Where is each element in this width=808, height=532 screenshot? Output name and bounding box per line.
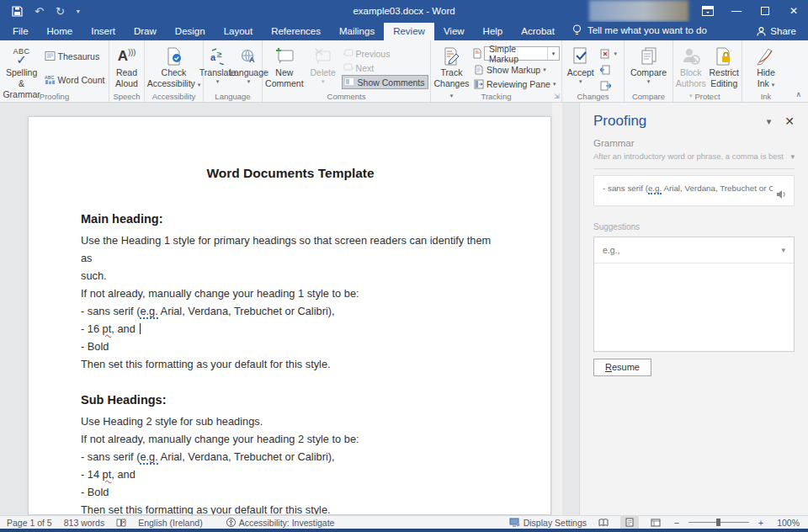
tab-home[interactable]: Home <box>38 23 82 40</box>
previous-change-button[interactable] <box>598 62 622 77</box>
reviewing-pane-icon <box>474 79 484 89</box>
tab-draw[interactable]: Draw <box>125 23 166 40</box>
speaker-icon[interactable] <box>776 189 787 200</box>
accessibility-status[interactable]: Accessibility: Investigate <box>226 518 335 528</box>
person-icon <box>757 27 766 36</box>
compare-button[interactable]: Compare ▾ <box>626 44 671 86</box>
close-icon[interactable]: ✕ <box>779 0 808 22</box>
save-icon[interactable] <box>12 6 23 17</box>
thesaurus-button[interactable]: Thesaurus <box>43 49 107 63</box>
pane-menu-icon[interactable]: ▾ <box>767 116 772 127</box>
pane-close-icon[interactable]: ✕ <box>784 114 795 128</box>
tab-references[interactable]: References <box>262 23 330 40</box>
read-aloud-icon: A))) <box>118 45 136 67</box>
reviewing-pane-button[interactable]: Reviewing Pane ▾ <box>472 77 560 91</box>
markup-state-icon <box>472 48 482 59</box>
document-page[interactable]: Word Documents Template Main heading: Us… <box>28 116 551 515</box>
zoom-level[interactable]: 100% <box>773 518 800 528</box>
hide-ink-button[interactable]: Hide Ink ▾ <box>747 44 784 89</box>
undo-icon[interactable]: ↶ <box>35 6 44 17</box>
collapse-ribbon-icon[interactable]: ∧ <box>795 90 801 98</box>
proofing-pane: Proofing ▾ ✕ Grammar After an introducto… <box>579 103 808 515</box>
doc-heading-2: Sub Headings: <box>81 393 500 407</box>
doc-list-item: - 14 pt, and <box>81 466 500 483</box>
translate-icon: a≥ <box>210 45 226 67</box>
title-bar: example03.docx - Word ↶ ↻ ▾ — ✕ <box>0 0 808 22</box>
language-indicator[interactable]: English (Ireland) <box>138 518 202 528</box>
minimize-icon[interactable]: — <box>722 0 751 22</box>
word-count-indicator[interactable]: 813 words <box>64 518 104 528</box>
track-changes-icon <box>443 45 461 67</box>
ribbon-group-proofing: ABC ✓ Spelling & Grammar Thesaurus ABC W… <box>0 40 109 102</box>
delete-comment-icon <box>313 45 333 67</box>
ribbon-group-protect: Block Authors ▾ Restrict Editing Protect <box>673 40 742 102</box>
restrict-editing-button[interactable]: Restrict Editing <box>709 44 741 89</box>
svg-text:A: A <box>249 56 255 64</box>
window-controls: — ✕ <box>694 0 808 22</box>
tab-view[interactable]: View <box>434 23 474 40</box>
print-layout-button[interactable] <box>620 516 639 529</box>
share-button[interactable]: Share <box>757 26 796 36</box>
read-mode-button[interactable] <box>594 516 613 529</box>
redacted-user-name <box>589 0 688 22</box>
word-count-button[interactable]: ABC Word Count <box>43 72 107 87</box>
tab-mailings[interactable]: Mailings <box>330 23 384 40</box>
web-layout-button[interactable] <box>646 516 665 529</box>
read-aloud-button[interactable]: A))) Read Aloud <box>111 44 142 89</box>
display-for-review-combobox[interactable]: Simple Markup ▾ <box>484 46 560 61</box>
zoom-out-button[interactable]: − <box>672 518 681 528</box>
proofing-status-icon[interactable] <box>116 518 126 528</box>
tell-me-box[interactable]: Tell me what you want to do <box>572 24 707 40</box>
resume-button[interactable]: Resume <box>593 359 651 376</box>
new-comment-button[interactable]: New Comment <box>264 44 305 89</box>
restrict-editing-icon <box>715 45 732 67</box>
tab-help[interactable]: Help <box>474 23 513 40</box>
next-change-button[interactable] <box>598 78 622 93</box>
spelling-marked-word: pt <box>103 322 112 335</box>
tab-review[interactable]: Review <box>384 23 434 40</box>
tab-layout[interactable]: Layout <box>215 23 263 40</box>
doc-paragraph: If not already, manually change your hea… <box>81 430 500 448</box>
tab-insert[interactable]: Insert <box>82 23 125 40</box>
redo-icon[interactable]: ↻ <box>56 6 65 17</box>
zoom-in-button[interactable]: + <box>757 518 765 528</box>
tab-file[interactable]: File <box>3 23 38 40</box>
qat-customize-icon[interactable]: ▾ <box>77 8 80 15</box>
ribbon-tab-bar: File Home Insert Draw Design Layout Refe… <box>0 22 808 40</box>
zoom-slider[interactable] <box>688 516 749 529</box>
chevron-down-icon: ▾ <box>216 78 220 86</box>
ribbon-display-options-icon[interactable] <box>694 0 722 22</box>
doc-list-item: - 16 pt, and <box>81 320 500 338</box>
combobox-dropdown-icon[interactable]: ▾ <box>547 47 559 60</box>
show-comments-button[interactable]: Show Comments <box>342 75 428 89</box>
chevron-down-icon: ▾ <box>579 78 582 86</box>
tracking-dialog-launcher-icon[interactable]: ⇲ <box>554 93 560 100</box>
previous-change-icon <box>600 65 611 75</box>
check-accessibility-button[interactable]: Check Accessibility ▾ <box>147 44 201 89</box>
pane-issue-description: After an introductory word or phrase, a … <box>593 152 795 161</box>
doc-list-item: - sans serif (e.g. Arial, Verdana, Trebu… <box>81 302 500 320</box>
ribbon-group-changes: Accept ▾ ▾ Changes <box>562 40 625 102</box>
language-button[interactable]: A Language ▾ <box>235 44 263 86</box>
suggestions-label: Suggestions <box>593 222 795 231</box>
chevron-down-icon[interactable]: ▾ <box>781 246 785 254</box>
chevron-down-icon[interactable]: ▾ <box>790 152 795 161</box>
show-markup-button[interactable]: Show Markup ▾ <box>472 62 560 77</box>
display-settings-button[interactable]: Display Settings <box>509 518 587 528</box>
next-comment-button: Next <box>342 61 428 75</box>
check-accessibility-icon <box>167 45 182 67</box>
document-scrollbar[interactable] <box>552 103 562 515</box>
ribbon-group-comments: New Comment Delete ▾ Previous Next Show … <box>263 40 431 102</box>
page-indicator[interactable]: Page 1 of 5 <box>7 518 52 528</box>
translate-button[interactable]: a≥ Translate ▾ <box>203 44 233 86</box>
ribbon-group-language: a≥ Translate ▾ A Language ▾ Language <box>204 40 263 102</box>
maximize-icon[interactable] <box>751 0 779 22</box>
doc-title: Word Documents Template <box>81 166 500 181</box>
accept-button[interactable]: Accept ▾ <box>564 44 597 86</box>
tab-acrobat[interactable]: Acrobat <box>512 23 564 40</box>
suggestion-item[interactable]: e.g., ▾ <box>594 237 794 263</box>
zoom-slider-thumb[interactable] <box>716 519 720 526</box>
reject-change-button[interactable]: ▾ <box>598 46 622 61</box>
tab-design[interactable]: Design <box>166 23 215 40</box>
compare-icon <box>639 45 659 67</box>
